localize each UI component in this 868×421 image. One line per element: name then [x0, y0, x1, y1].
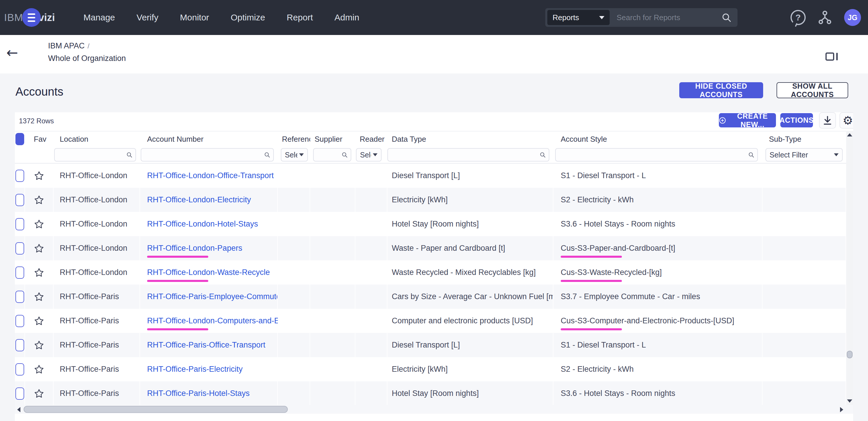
col-header-reference[interactable]: Reference: [278, 132, 310, 147]
row-checkbox[interactable]: [16, 242, 24, 255]
data-type-filter-input[interactable]: [388, 151, 539, 159]
nav-item-admin[interactable]: Admin: [333, 10, 361, 25]
actions-button[interactable]: ACTIONS: [780, 113, 813, 128]
table-filter-row: Select Select Select Filter: [15, 147, 853, 164]
account-number-link[interactable]: RHT-Office-London-Hotel-Stays: [147, 220, 258, 229]
account-number-link[interactable]: RHT-Office-Paris-Employee-Commute: [147, 292, 277, 301]
back-arrow-icon[interactable]: ←: [6, 44, 18, 61]
org-menu-button[interactable]: [22, 8, 41, 27]
account-style-text: S3.6 - Hotel Stays - Room nights: [561, 220, 675, 229]
plus-circle-icon: [719, 116, 726, 125]
account-number-link[interactable]: RHT-Office-Paris-Hotel-Stays: [147, 389, 250, 398]
star-icon[interactable]: [34, 195, 44, 205]
row-checkbox[interactable]: [16, 363, 24, 375]
create-new-button[interactable]: CREATE NEW...: [719, 113, 776, 128]
side-panel-icon[interactable]: [826, 53, 838, 61]
reference-filter-select[interactable]: Select: [281, 148, 308, 162]
row-checkbox-cell: [15, 260, 25, 285]
scroll-right-arrow[interactable]: [840, 407, 843, 412]
star-icon[interactable]: [34, 388, 44, 399]
col-header-location[interactable]: Location: [54, 132, 140, 147]
nav-item-report[interactable]: Report: [285, 10, 315, 25]
row-checkbox[interactable]: [16, 291, 24, 303]
search-scope-select[interactable]: Reports: [547, 10, 610, 25]
location-filter-input[interactable]: [55, 151, 126, 159]
top-nav: IBMEnvizi Manage Verify Monitor Optimize…: [0, 0, 868, 35]
col-header-data-type[interactable]: Data Type: [388, 132, 553, 147]
row-checkbox[interactable]: [16, 218, 24, 230]
row-checkbox-cell: [15, 309, 25, 333]
scroll-down-arrow[interactable]: [847, 399, 852, 403]
col-header-supplier[interactable]: Supplier: [310, 132, 355, 147]
star-icon[interactable]: [34, 316, 44, 326]
account-number-cell: RHT-Office-Paris-Office-Transport: [140, 333, 278, 357]
reader-cell: [355, 333, 388, 357]
search-icon: [264, 151, 270, 158]
org-hierarchy-icon[interactable]: [817, 9, 833, 26]
avatar[interactable]: JG: [844, 9, 861, 26]
account-number-link[interactable]: RHT-Office-London-Waste-Recycle: [147, 268, 270, 277]
nav-item-monitor[interactable]: Monitor: [178, 10, 211, 25]
col-header-account-number[interactable]: Account Number: [140, 132, 278, 147]
data-type-cell: Waste - Paper and Cardboard [t]: [388, 236, 553, 260]
vertical-scrollbar: [846, 131, 853, 405]
hide-closed-accounts-button[interactable]: HIDE CLOSED ACCOUNTS: [679, 82, 763, 98]
horizontal-scrollbar-thumb[interactable]: [24, 406, 288, 413]
scroll-up-arrow[interactable]: [847, 133, 852, 136]
sub-type-cell: [763, 188, 846, 212]
reference-cell: [278, 333, 310, 357]
col-header-sub-type[interactable]: Sub-Type: [763, 132, 846, 147]
reader-filter-select[interactable]: Select: [356, 148, 381, 162]
account-number-link[interactable]: RHT-Office-London-Electricity: [147, 195, 251, 204]
search-input[interactable]: [610, 13, 721, 22]
select-all-checkbox[interactable]: [16, 133, 24, 145]
star-icon[interactable]: [34, 291, 44, 302]
row-checkbox[interactable]: [16, 388, 24, 400]
row-checkbox-cell: [15, 381, 25, 405]
col-header-reader[interactable]: Reader: [355, 132, 388, 147]
nav-item-verify[interactable]: Verify: [135, 10, 160, 25]
account-number-link[interactable]: RHT-Office-Paris-Electricity: [147, 365, 243, 374]
star-icon[interactable]: [34, 171, 44, 181]
col-header-fav[interactable]: Fav: [25, 132, 54, 147]
table-row: RHT-Office-LondonRHT-Office-London-Offic…: [15, 164, 853, 188]
sub-type-filter-select[interactable]: Select Filter: [766, 148, 843, 162]
settings-button[interactable]: ⚙: [839, 112, 853, 129]
row-checkbox[interactable]: [16, 315, 24, 327]
row-checkbox[interactable]: [16, 170, 24, 182]
help-icon[interactable]: ?: [790, 10, 806, 25]
vertical-scrollbar-thumb[interactable]: [847, 351, 852, 358]
nav-item-optimize[interactable]: Optimize: [229, 10, 267, 25]
show-all-accounts-button[interactable]: SHOW ALL ACCOUNTS: [777, 82, 848, 98]
table-row: RHT-Office-ParisRHT-Office-London-Comput…: [15, 309, 853, 333]
gear-icon: ⚙: [843, 115, 853, 126]
account-number-link[interactable]: RHT-Office-London-Papers: [147, 244, 242, 253]
download-button[interactable]: [819, 112, 836, 129]
star-icon[interactable]: [34, 268, 44, 278]
star-icon[interactable]: [34, 219, 44, 229]
pink-underline: [561, 256, 622, 258]
nav-right-icons: ? JG: [790, 0, 861, 35]
star-icon[interactable]: [34, 243, 44, 254]
page-head: Accounts HIDE CLOSED ACCOUNTS SHOW ALL A…: [0, 74, 868, 112]
search-icon[interactable]: [721, 12, 732, 23]
data-type-cell: Electricity [kWh]: [388, 357, 553, 381]
account-number-link[interactable]: RHT-Office-London-Computers-and-Electron…: [147, 316, 278, 326]
breadcrumb-parent[interactable]: IBM APAC: [48, 41, 85, 50]
account-number-filter-input[interactable]: [141, 151, 264, 159]
account-number-link[interactable]: RHT-Office-Paris-Office-Transport: [147, 340, 265, 349]
nav-item-manage[interactable]: Manage: [82, 10, 117, 25]
account-number-cell: RHT-Office-London-Waste-Recycle: [140, 260, 278, 285]
star-icon[interactable]: [34, 364, 44, 375]
supplier-filter-input[interactable]: [314, 151, 341, 159]
row-checkbox[interactable]: [16, 339, 24, 351]
account-style-cell: S2 - Electricity - kWh: [553, 357, 763, 381]
account-number-link[interactable]: RHT-Office-London-Office-Transport: [147, 171, 274, 180]
row-checkbox[interactable]: [16, 266, 24, 279]
account-style-cell: Cus-S3-Paper-and-Cardboard-[t]: [553, 236, 763, 260]
col-header-account-style[interactable]: Account Style: [553, 132, 763, 147]
scroll-left-arrow[interactable]: [17, 407, 21, 412]
star-icon[interactable]: [34, 340, 44, 350]
account-style-filter-input[interactable]: [556, 151, 748, 159]
row-checkbox[interactable]: [16, 194, 24, 206]
